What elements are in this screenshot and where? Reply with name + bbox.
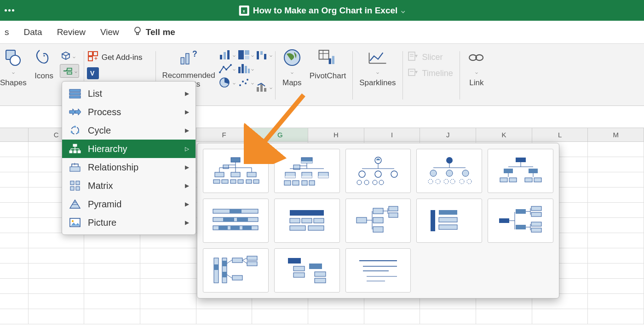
svg-rect-208 (309, 264, 322, 269)
separator (275, 51, 276, 100)
svg-rect-27 (238, 50, 244, 59)
svg-rect-191 (531, 228, 541, 232)
svg-rect-204 (247, 262, 257, 266)
smartart-dropdown[interactable]: ⌵ (60, 64, 79, 78)
pie-chart-button[interactable]: ⌵ (219, 77, 236, 88)
dropdown-item-cycle[interactable]: Cycle ▶ (62, 121, 196, 140)
combo-button[interactable]: ⌵ (256, 82, 272, 93)
svg-rect-115 (302, 181, 307, 185)
svg-rect-75 (70, 167, 80, 171)
flyout-item-hierarchy[interactable] (488, 149, 553, 193)
dropdown-item-hierarchy[interactable]: Hierarchy ▷ (62, 140, 196, 158)
svg-point-137 (460, 179, 464, 184)
svg-rect-199 (232, 258, 242, 263)
svg-rect-183 (516, 225, 526, 229)
get-addins-button[interactable]: + Get Add-ins (87, 50, 143, 64)
chevron-down-icon: ⌵ (291, 70, 293, 75)
dropdown-item-label: Process (88, 107, 121, 117)
dropdown-item-relationship[interactable]: Relationship ▶ (62, 158, 196, 176)
col-header[interactable]: J (420, 128, 476, 141)
treemap-button[interactable]: ⌵ (237, 49, 254, 60)
chevron-right-icon: ▶ (185, 90, 189, 97)
svg-point-121 (375, 171, 381, 177)
svg-rect-31 (242, 64, 244, 73)
svg-point-132 (462, 170, 469, 176)
tellme-search[interactable]: Tell me (133, 25, 175, 39)
link-button[interactable]: ⌵ Link (463, 47, 490, 88)
flyout-item-lined-list[interactable] (345, 248, 411, 293)
dropdown-item-label: Relationship (88, 162, 138, 173)
svg-rect-94 (247, 172, 256, 177)
svg-line-197 (227, 260, 232, 264)
flyout-item-half-circle-org[interactable] (345, 149, 411, 193)
col-header[interactable]: M (588, 128, 644, 141)
sparklines-button[interactable]: ⌵ Sparklines (356, 47, 399, 88)
svg-rect-41 (257, 87, 259, 92)
maps-button[interactable]: ⌵ Maps (278, 47, 306, 88)
svg-rect-205 (288, 258, 301, 264)
slicer-label: Slicer (422, 53, 443, 62)
tab-review[interactable]: Review (56, 25, 86, 39)
col-header[interactable]: I (364, 128, 420, 141)
svg-rect-21 (227, 50, 230, 59)
histogram-button[interactable]: ⌵ (237, 63, 254, 74)
scatter-button[interactable]: ⌵ (237, 77, 254, 88)
flyout-item-hierarchy-list[interactable] (274, 248, 340, 293)
col-header-active[interactable]: G (252, 128, 308, 141)
flyout-item-horizontal-multi[interactable] (416, 199, 482, 243)
icons-group[interactable]: Icons (30, 47, 58, 81)
pivotchart-icon (317, 47, 338, 68)
svg-rect-42 (260, 84, 263, 92)
flyout-item-labeled-hierarchy[interactable] (203, 199, 269, 243)
tab-data[interactable]: Data (23, 25, 43, 39)
svg-point-134 (436, 179, 440, 184)
flyout-item-circle-picture[interactable] (416, 149, 482, 193)
tab-s[interactable]: s (4, 25, 10, 39)
svg-rect-168 (373, 208, 383, 214)
svg-rect-7 (67, 68, 72, 70)
flyout-item-name-title-org[interactable] (274, 149, 340, 193)
col-header[interactable]: H (308, 128, 364, 141)
svg-rect-146 (500, 178, 507, 182)
dropdown-item-list[interactable]: List ▶ (62, 84, 196, 103)
visio-icon[interactable]: V (87, 67, 99, 81)
svg-point-123 (357, 180, 362, 185)
waterfall-button[interactable]: ⌵ (256, 49, 272, 60)
pivotchart-button[interactable]: PivotChart (306, 47, 350, 81)
dropdown-item-label: Cycle (88, 125, 111, 136)
svg-rect-178 (439, 225, 457, 229)
bar-chart-button[interactable]: ⌵ (219, 49, 236, 60)
dropdown-item-picture[interactable]: Picture ▶ (62, 213, 196, 232)
line-chart-button[interactable]: ⌵ (219, 63, 236, 74)
shapes-group[interactable]: ⌵ Shapes (0, 47, 30, 88)
svg-rect-66 (73, 144, 77, 146)
col-header[interactable] (0, 128, 29, 141)
document-title[interactable]: x How to Make an Org Chart in Excel ⌵ (239, 6, 405, 16)
svg-rect-158 (242, 226, 252, 230)
separator (352, 51, 353, 100)
svg-point-124 (364, 180, 369, 185)
col-header[interactable]: F (196, 128, 253, 141)
flyout-item-org-chart[interactable] (203, 149, 269, 193)
recommended-charts-icon: ? (178, 47, 199, 68)
flyout-item-horizontal-hierarchy[interactable] (488, 199, 553, 243)
tab-view[interactable]: View (99, 25, 120, 39)
dropdown-item-pyramid[interactable]: Pyramid ▶ (62, 195, 196, 213)
window-menu-icon[interactable] (5, 9, 14, 12)
flyout-item-table-hierarchy[interactable] (274, 199, 340, 243)
flyout-item-horizontal-org[interactable] (345, 199, 411, 243)
svg-rect-67 (69, 151, 72, 153)
svg-rect-114 (293, 181, 299, 185)
flyout-item-horizontal-labeled[interactable] (203, 248, 269, 293)
dropdown-item-matrix[interactable]: Matrix ▶ (62, 176, 196, 195)
svg-rect-153 (223, 217, 234, 222)
models-dropdown[interactable]: ⌵ (60, 50, 79, 62)
chevron-down-icon[interactable]: ⌵ (401, 7, 405, 14)
dropdown-item-process[interactable]: Process ▶ (62, 103, 196, 121)
col-header[interactable]: L (532, 128, 588, 141)
hierarchy-flyout (197, 143, 559, 299)
svg-text:?: ? (192, 49, 197, 59)
tellme-label: Tell me (146, 27, 175, 37)
svg-point-35 (242, 81, 244, 82)
col-header[interactable]: K (476, 128, 532, 141)
